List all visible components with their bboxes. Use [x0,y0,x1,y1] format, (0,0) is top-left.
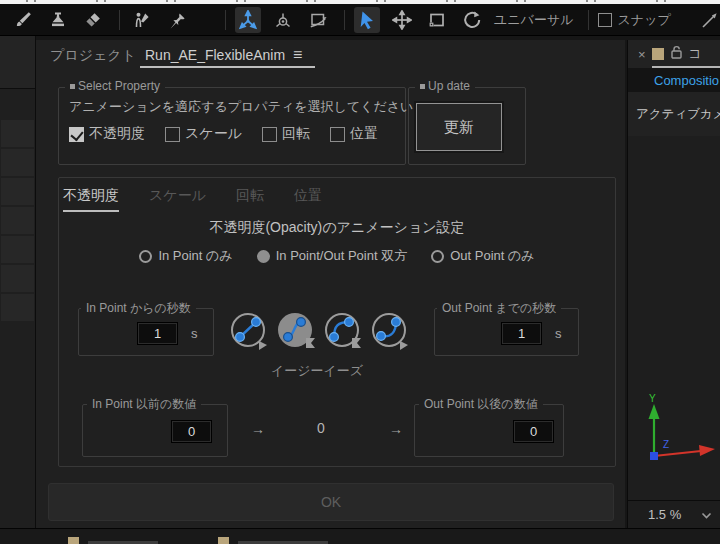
easing-linear-icon[interactable] [227,309,269,353]
flow-middle-value: 0 [317,420,325,436]
project-item-row[interactable] [1,207,34,234]
close-icon[interactable]: × [638,47,646,62]
tab-opacity[interactable]: 不透明度 [63,187,119,212]
magnification-value[interactable]: 1.5 % [648,507,681,522]
easing-ease-in-icon[interactable] [321,309,363,353]
select-property-group: Select Property アニメーションを適応するプロパティを選択してくだ… [58,87,406,165]
checkbox-opacity[interactable]: 不透明度 [69,125,145,143]
after-out-value-title: Out Point 以後の数値 [419,396,543,413]
easing-button-row [227,309,407,353]
project-item-row[interactable] [1,265,34,292]
easing-easy-ease-icon-selected[interactable] [274,309,316,353]
radio-unselected-icon[interactable] [139,250,152,263]
tab-scale[interactable]: スケール [149,187,206,212]
in-point-seconds-input[interactable] [137,322,178,345]
in-point-seconds-title: In Point からの秒数 [81,300,196,317]
opacity-settings-heading: 不透明度(Opacity)のアニメーション設定 [59,219,615,237]
active-camera-selector[interactable]: アクティブカメラ ( [636,106,720,123]
radio-selected-icon[interactable] [257,250,270,263]
snap-label[interactable]: スナップ [618,11,671,29]
radio-in-point-only[interactable]: In Point のみ [139,247,232,265]
composition-viewer-link[interactable]: Compositio [654,73,719,88]
flow-arrow-right: → [389,421,403,437]
magnification-bar: 1.5 % [628,500,720,528]
select-property-instruction: アニメーションを適応するプロパティを選択してください [69,98,413,116]
tab-run-ae-flexibleanim[interactable]: Run_AE_FlexibleAnim [145,47,285,63]
selection-tool-icon[interactable] [354,7,380,33]
rectangle-tool-icon[interactable] [424,7,450,33]
checkbox-position[interactable]: 位置 [330,125,378,143]
composition-viewer-area: Y Z [628,136,720,500]
3d-axis-gizmo: Y Z [633,390,720,480]
project-item-row[interactable] [1,120,34,147]
out-point-seconds-group: Out Point までの秒数 s [434,308,579,356]
before-in-value-group: In Point 以前の数値 [82,404,228,457]
bullet-icon [420,84,425,89]
tab-project[interactable]: プロジェクト [50,47,136,65]
radio-out-point-only[interactable]: Out Point のみ [431,247,534,265]
in-point-seconds-unit: s [191,326,198,341]
project-panel-edge [0,36,36,528]
bullet-icon [70,84,75,89]
out-point-seconds-input[interactable] [501,322,542,345]
project-item-row[interactable] [1,149,34,176]
project-item-row[interactable] [1,294,34,321]
rotate-tool-icon[interactable] [459,7,485,33]
composition-viewer-row: Compositio [628,68,720,92]
project-panel-header-edge [0,36,35,89]
easing-label: イージーイーズ [227,362,407,380]
tab-position[interactable]: 位置 [294,187,322,212]
stamp-tool-icon[interactable] [45,7,71,33]
checkbox-unchecked-icon[interactable] [330,127,345,142]
free-transform-box-tool-icon[interactable] [305,7,331,33]
axis-z-label: Z [663,439,669,450]
lock-icon[interactable] [670,45,683,63]
project-item-row[interactable] [1,178,34,205]
active-tab-underline [140,66,315,68]
out-point-seconds-unit: s [555,326,562,341]
composition-tab-label-fragment[interactable]: コ [689,45,702,63]
before-in-value-input[interactable] [171,420,212,443]
universal-mode-label: ユニバーサル [494,11,574,29]
toolbar-separator [588,10,589,30]
tab-rotation[interactable]: 回転 [236,187,264,212]
in-point-seconds-group: In Point からの秒数 s [78,308,214,356]
checkbox-unchecked-icon[interactable] [165,127,180,142]
draft-3d-arrow-icon[interactable] [697,7,720,33]
eraser-tool-icon[interactable] [80,7,106,33]
radio-in-out-both[interactable]: In Point/Out Point 双方 [257,247,408,265]
layer-color-chip [218,537,229,544]
toolbar-separator [344,10,345,30]
keyframe-target-radio-row: In Point のみ In Point/Out Point 双方 Out Po… [59,247,615,265]
project-item-row[interactable] [1,236,34,263]
composition-panel: × コ Compositio アクティブカメラ ( Y [627,40,720,528]
roto-brush-tool-icon[interactable] [129,7,155,33]
after-effects-window: ユニバーサル スナップ [0,0,720,544]
puppet-pin-tool-icon[interactable] [164,7,190,33]
easing-ease-out-icon[interactable] [368,309,410,353]
snap-checkbox[interactable] [598,13,612,27]
universal-axis-tool-icon[interactable] [235,7,261,33]
label-color-chip[interactable] [652,48,664,60]
timeline-edge-strip [0,528,720,544]
panel-menu-icon[interactable]: ≡ [293,46,302,64]
chevron-down-icon[interactable] [701,506,712,524]
flow-arrow-left: → [251,421,265,437]
layer-color-chip [68,537,79,544]
checkbox-checked-icon[interactable] [69,127,84,142]
out-point-seconds-title: Out Point までの秒数 [437,300,561,317]
move-tool-icon[interactable] [389,7,415,33]
update-group: Up date 更新 [408,87,526,165]
brush-tool-icon[interactable] [10,7,36,33]
checkbox-rotation[interactable]: 回転 [262,125,310,143]
property-checkbox-row: 不透明度 スケール 回転 位置 [69,125,378,143]
script-ui-panel: プロジェクト Run_AE_FlexibleAnim ≡ Select Prop… [36,40,625,528]
radio-unselected-icon[interactable] [431,250,444,263]
after-out-value-input[interactable] [513,420,554,443]
rotation-gizmo-tool-icon[interactable] [270,7,296,33]
update-button[interactable]: 更新 [416,103,502,151]
before-in-value-title: In Point 以前の数値 [87,396,201,413]
checkbox-scale[interactable]: スケール [165,125,242,143]
checkbox-unchecked-icon[interactable] [262,127,277,142]
ok-button[interactable]: OK [48,483,614,521]
